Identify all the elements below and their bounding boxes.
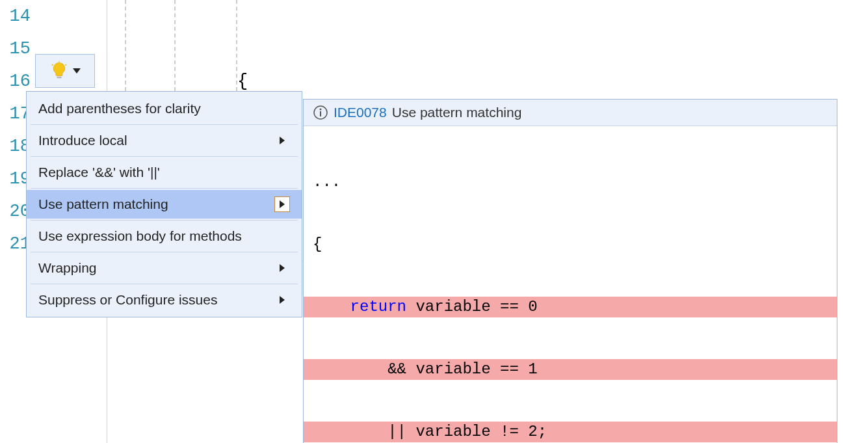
menu-item-label: Use pattern matching xyxy=(38,196,168,212)
menu-item-label: Add parentheses for clarity xyxy=(38,101,201,116)
submenu-indicator xyxy=(274,133,290,148)
keyword: return xyxy=(350,298,406,315)
diff-removed-line: || variable != 2; xyxy=(304,422,837,442)
chevron-right-icon xyxy=(280,137,285,144)
lightbulb-icon xyxy=(49,61,69,81)
indent-guide xyxy=(236,0,237,91)
indent-guide xyxy=(125,0,126,91)
menu-item-introduce-local[interactable]: Introduce local xyxy=(27,126,302,155)
svg-line-2 xyxy=(52,64,53,66)
menu-item-label: Use expression body for methods xyxy=(38,228,242,244)
quick-actions-menu: Add parentheses for clarity Introduce lo… xyxy=(26,91,302,317)
chevron-right-icon xyxy=(280,200,285,208)
diff-context-line: ... xyxy=(304,172,837,193)
svg-rect-0 xyxy=(57,77,62,79)
menu-item-use-expression-body[interactable]: Use expression body for methods xyxy=(27,222,302,250)
diff-context-line: { xyxy=(304,234,837,255)
menu-separator xyxy=(31,188,298,189)
menu-item-replace-and-or[interactable]: Replace '&&' with '||' xyxy=(27,158,302,187)
svg-line-3 xyxy=(65,64,66,66)
svg-point-5 xyxy=(320,109,322,111)
menu-separator xyxy=(31,252,298,252)
menu-item-label: Introduce local xyxy=(38,133,127,148)
diff-removed-line: return variable == 0 xyxy=(304,297,837,317)
diagnostic-code: IDE0078 xyxy=(334,105,387,120)
diagnostic-message: Use pattern matching xyxy=(392,105,522,120)
chevron-right-icon xyxy=(280,296,285,304)
indent-guide xyxy=(174,0,176,91)
submenu-indicator xyxy=(274,260,290,276)
submenu-indicator xyxy=(274,292,290,308)
chevron-down-icon xyxy=(73,68,81,74)
menu-item-add-parentheses[interactable]: Add parentheses for clarity xyxy=(27,94,302,123)
menu-item-label: Suppress or Configure issues xyxy=(38,292,217,308)
line-number: 15 xyxy=(0,33,31,65)
quick-action-preview-panel: IDE0078 Use pattern matching ... { retur… xyxy=(303,99,837,443)
diff-removed-line: && variable == 1 xyxy=(304,359,837,380)
submenu-indicator xyxy=(274,196,290,212)
chevron-right-icon xyxy=(280,264,285,272)
diff-preview: ... { return variable == 0 && variable =… xyxy=(304,126,837,443)
menu-separator xyxy=(31,284,298,284)
quick-actions-lightbulb-button[interactable] xyxy=(35,54,95,88)
preview-header: IDE0078 Use pattern matching xyxy=(304,100,837,126)
menu-item-label: Replace '&&' with '||' xyxy=(38,165,160,180)
svg-rect-6 xyxy=(320,111,321,116)
menu-item-wrapping[interactable]: Wrapping xyxy=(27,254,302,282)
menu-item-suppress-configure[interactable]: Suppress or Configure issues xyxy=(27,286,302,314)
info-icon xyxy=(313,105,328,120)
menu-item-use-pattern-matching[interactable]: Use pattern matching xyxy=(27,190,302,219)
menu-item-label: Wrapping xyxy=(38,260,97,276)
menu-separator xyxy=(31,124,298,125)
line-number: 14 xyxy=(0,0,31,33)
menu-separator xyxy=(31,156,298,157)
menu-separator xyxy=(31,220,298,221)
